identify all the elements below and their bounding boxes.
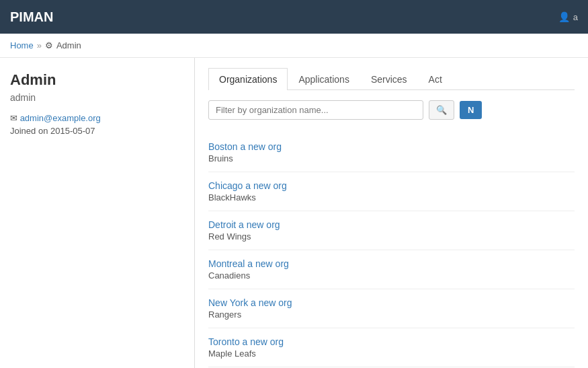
new-org-button[interactable]: N [460, 101, 482, 119]
breadcrumb-separator: » [37, 40, 42, 50]
user-menu[interactable]: 👤 a [558, 11, 578, 22]
tab-activity[interactable]: Act [418, 68, 453, 90]
org-description: BlackHawks [208, 192, 575, 203]
org-description: Maple Leafs [208, 348, 575, 359]
breadcrumb: Home » ⚙ Admin [0, 34, 588, 58]
sidebar-title: Admin [10, 71, 184, 89]
organization-list: Boston a new org Bruins Chicago a new or… [208, 133, 575, 367]
breadcrumb-home[interactable]: Home [10, 40, 34, 50]
sidebar-email-row: ✉ admin@example.org [10, 113, 184, 123]
brand-logo[interactable]: PIMAN [10, 9, 53, 25]
top-navbar: PIMAN 👤 a [0, 0, 588, 34]
user-icon: 👤 [558, 11, 570, 22]
sidebar-info: ✉ admin@example.org Joined on 2015-05-07 [10, 113, 184, 136]
brand-text: PIMAN [10, 9, 53, 24]
org-name-link[interactable]: Detroit a new org [208, 219, 280, 230]
org-name-link[interactable]: Boston a new org [208, 141, 282, 152]
org-description: Canadiens [208, 270, 575, 281]
list-item: Detroit a new org Red Wings [208, 211, 575, 250]
tab-organizations[interactable]: Organizations [208, 68, 288, 90]
filter-bar: 🔍 N [208, 100, 575, 120]
breadcrumb-admin-icon: ⚙ [45, 40, 53, 50]
list-item: Montreal a new org Canadiens [208, 250, 575, 289]
org-name-link[interactable]: Toronto a new org [208, 336, 284, 347]
tabs: Organizations Applications Services Act [208, 68, 575, 90]
org-description: Rangers [208, 309, 575, 320]
envelope-icon: ✉ [10, 113, 20, 123]
join-label: Joined on [10, 126, 48, 136]
sidebar-email[interactable]: admin@example.org [20, 113, 101, 123]
org-description: Bruins [208, 153, 575, 163]
filter-input[interactable] [208, 100, 423, 120]
tab-services[interactable]: Services [360, 68, 418, 90]
content-area: Organizations Applications Services Act … [195, 58, 588, 368]
join-date-value: 2015-05-07 [50, 126, 95, 136]
list-item: Chicago a new org BlackHawks [208, 172, 575, 211]
sidebar-join-date: Joined on 2015-05-07 [10, 126, 184, 136]
list-item: Boston a new org Bruins [208, 133, 575, 172]
main-container: Admin admin ✉ admin@example.org Joined o… [0, 58, 588, 368]
search-icon: 🔍 [436, 105, 447, 115]
org-name-link[interactable]: Montreal a new org [208, 258, 289, 269]
breadcrumb-current: Admin [56, 40, 81, 50]
org-description: Red Wings [208, 231, 575, 242]
user-label: a [573, 12, 578, 22]
list-item: New York a new org Rangers [208, 289, 575, 328]
sidebar: Admin admin ✉ admin@example.org Joined o… [0, 58, 195, 368]
org-name-link[interactable]: Chicago a new org [208, 180, 287, 191]
tab-applications[interactable]: Applications [288, 68, 360, 90]
filter-search-button[interactable]: 🔍 [429, 100, 454, 120]
list-item: Toronto a new org Maple Leafs [208, 328, 575, 367]
sidebar-subtitle: admin [10, 92, 184, 103]
org-name-link[interactable]: New York a new org [208, 297, 292, 308]
